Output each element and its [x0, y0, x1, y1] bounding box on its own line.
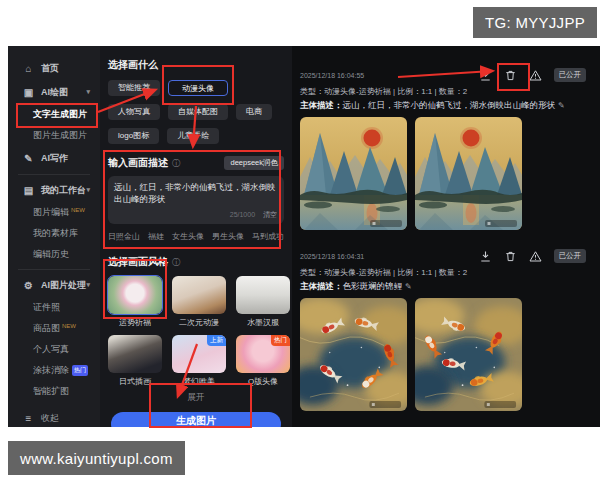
sidebar-item-label: AI图片处理: [41, 279, 86, 292]
category-chip-电商[interactable]: 电商: [236, 104, 272, 120]
suggestion-tag-女生头像[interactable]: 女生头像: [172, 231, 204, 242]
sidebar-item-商品图[interactable]: 商品图NEW: [8, 318, 100, 339]
suggestion-tag-男生头像[interactable]: 男生头像: [212, 231, 244, 242]
category-section-title: 选择画什么: [108, 58, 284, 72]
style-thumbnail: [172, 276, 226, 314]
process-icon: ⚙: [22, 280, 35, 291]
generate-cost-label: （消耗2积分）: [175, 426, 218, 427]
result-image-mountain-2[interactable]: [415, 117, 522, 230]
sidebar-item-label: 首页: [41, 62, 59, 75]
sidebar-item-智能扩图[interactable]: 智能扩图: [8, 381, 100, 402]
sidebar-item-证件照[interactable]: 证件照: [8, 297, 100, 318]
category-chip-智能推荐[interactable]: 智能推荐: [108, 80, 160, 96]
suggestion-tag-日照金山[interactable]: 日照金山: [108, 231, 140, 242]
style-label: 梦幻唯美: [172, 376, 226, 387]
clear-button[interactable]: 清空: [263, 211, 277, 218]
download-icon[interactable]: [479, 69, 492, 82]
style-option-日式插画[interactable]: 日式插画: [108, 335, 162, 387]
style-grid: 运势祈福二次元动漫水墨汉服日式插画上新梦幻唯美热门Q版头像: [108, 276, 284, 387]
report-icon[interactable]: [529, 250, 542, 263]
workspace-icon: ▤: [22, 185, 35, 196]
prompt-text: 远山，红日，非常小的仙鹤飞过，湖水倒映出山峰的形状: [114, 181, 278, 206]
sidebar-collapse-button[interactable]: ≡ 收起: [22, 412, 59, 425]
sidebar-item-AI图片处理[interactable]: ⚙AI图片处理▾: [8, 273, 100, 297]
suggestion-tag-马到成功[interactable]: 马到成功: [252, 231, 284, 242]
sidebar-item-个人写真[interactable]: 个人写真: [8, 339, 100, 360]
sidebar-item-AI绘图[interactable]: ▣AI绘图▾: [8, 80, 100, 104]
sidebar-item-label: 涂抹消除: [33, 364, 69, 377]
style-badge: 上新: [207, 335, 226, 346]
collapse-label: 收起: [41, 412, 59, 425]
delete-icon[interactable]: [504, 69, 517, 82]
sidebar-item-图片生成图片[interactable]: 图片生成图片: [8, 125, 100, 146]
category-chip-logo图标[interactable]: logo图标: [108, 128, 159, 144]
style-label: 二次元动漫: [172, 317, 226, 328]
download-icon[interactable]: [479, 250, 492, 263]
style-label: 运势祈福: [108, 317, 162, 328]
published-badge[interactable]: 已公开: [554, 68, 587, 82]
style-option-二次元动漫[interactable]: 二次元动漫: [172, 276, 226, 328]
sidebar-item-label: 编辑历史: [33, 248, 69, 261]
sidebar-item-首页[interactable]: ⌂首页: [8, 56, 100, 80]
sidebar-item-label: 文字生成图片: [33, 108, 87, 121]
app-window: ⌂首页▣AI绘图▾文字生成图片图片生成图片✎AI写作▤我的工作台▾图片编辑NEW…: [8, 46, 600, 427]
result-block: 2025/12/18 16:04:55 已公开 类型：动漫头像-运势祈福 | 比…: [300, 68, 592, 230]
category-chip-人物写真[interactable]: 人物写真: [108, 104, 160, 120]
sidebar-divider: [18, 174, 90, 175]
expand-toggle[interactable]: 展开: [108, 392, 284, 404]
style-thumbnail: 热门: [236, 335, 290, 373]
result-description: 主体描述：色彩斑斓的锦鲤✎: [300, 281, 592, 293]
category-chip-自媒体配图[interactable]: 自媒体配图: [168, 104, 228, 120]
result-image-mountain-1[interactable]: [300, 117, 407, 230]
sidebar-item-label: 图片生成图片: [33, 129, 87, 142]
sidebar-item-文字生成图片[interactable]: 文字生成图片: [8, 104, 100, 125]
sidebar-item-label: 个人写真: [33, 343, 69, 356]
prompt-suggestion-tags: 日照金山福娃女生头像男生头像马到成功: [108, 231, 284, 242]
info-icon: ⓘ: [172, 257, 180, 268]
sidebar-item-label: 图片编辑: [33, 206, 69, 219]
result-image-koi-1[interactable]: [300, 298, 407, 411]
badge: NEW: [71, 207, 85, 213]
generate-button[interactable]: 生成图片 （消耗2积分）: [111, 412, 281, 427]
collapse-icon: ≡: [22, 413, 35, 424]
sidebar-item-我的素材库[interactable]: 我的素材库: [8, 223, 100, 244]
results-panel: 2025/12/18 16:04:55 已公开 类型：动漫头像-运势祈福 | 比…: [292, 46, 600, 427]
published-badge[interactable]: 已公开: [554, 249, 587, 263]
category-chip-儿童手绘[interactable]: 儿童手绘: [167, 128, 219, 144]
sidebar-item-图片编辑[interactable]: 图片编辑NEW: [8, 202, 100, 223]
style-label: Q版头像: [236, 376, 290, 387]
style-option-水墨汉服[interactable]: 水墨汉服: [236, 276, 290, 328]
style-thumbnail: 上新: [172, 335, 226, 373]
result-image-koi-2[interactable]: [415, 298, 522, 411]
generate-label: 生成图片: [176, 415, 216, 426]
sidebar-nav-list: ⌂首页▣AI绘图▾文字生成图片图片生成图片✎AI写作▤我的工作台▾图片编辑NEW…: [8, 56, 100, 402]
sidebar-item-我的工作台[interactable]: ▤我的工作台▾: [8, 178, 100, 202]
style-thumbnail: [108, 335, 162, 373]
info-icon: ⓘ: [172, 158, 180, 169]
style-option-Q版头像[interactable]: 热门Q版头像: [236, 335, 290, 387]
sidebar-item-涂抹消除[interactable]: 涂抹消除热门: [8, 360, 100, 381]
delete-icon[interactable]: [504, 250, 517, 263]
edit-icon[interactable]: ✎: [405, 282, 412, 291]
result-meta: 类型：动漫头像-运势祈福 | 比例：1:1 | 数量：2: [300, 86, 592, 97]
suggestion-tag-福娃[interactable]: 福娃: [148, 231, 164, 242]
deepseek-polish-button[interactable]: deepseek润色: [224, 156, 284, 170]
edit-icon[interactable]: ✎: [558, 101, 565, 110]
report-icon[interactable]: [529, 69, 542, 82]
category-chip-动漫头像[interactable]: 动漫头像: [168, 80, 228, 96]
style-option-运势祈福[interactable]: 运势祈福: [108, 276, 162, 328]
style-option-梦幻唯美[interactable]: 上新梦幻唯美: [172, 335, 226, 387]
composer-panel: 选择画什么 智能推荐动漫头像人物写真自媒体配图电商logo图标儿童手绘 输入画面…: [100, 46, 292, 427]
style-badge: 热门: [271, 335, 290, 346]
chevron-down-icon: ▾: [86, 281, 90, 289]
style-label: 日式插画: [108, 376, 162, 387]
style-thumbnail: [236, 276, 290, 314]
style-thumbnail: [108, 276, 162, 314]
sidebar-item-编辑历史[interactable]: 编辑历史: [8, 244, 100, 265]
sidebar-item-label: 我的素材库: [33, 227, 78, 240]
sidebar-item-label: 证件照: [33, 301, 60, 314]
sidebar-item-AI写作[interactable]: ✎AI写作: [8, 146, 100, 170]
chevron-down-icon: ▾: [86, 186, 90, 194]
prompt-textarea[interactable]: 远山，红日，非常小的仙鹤飞过，湖水倒映出山峰的形状 25/1000 清空: [108, 176, 284, 224]
result-meta: 类型：动漫头像-运势祈福 | 比例：1:1 | 数量：2: [300, 267, 592, 278]
